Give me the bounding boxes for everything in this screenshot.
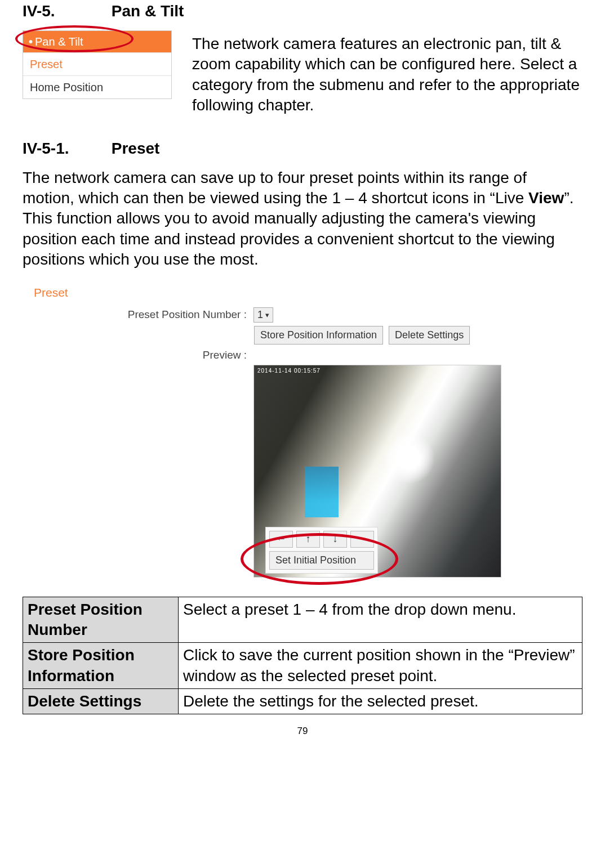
- cell-header: Delete Settings: [23, 689, 179, 714]
- section-title: Preset: [112, 140, 160, 157]
- para-bold: View: [528, 189, 564, 207]
- tilt-down-button[interactable]: ↓: [323, 531, 347, 548]
- preset-position-dropdown[interactable]: 1 ▾: [253, 307, 273, 323]
- section-heading-iv51: IV-5-1. Preset: [23, 140, 582, 158]
- pan-left-button[interactable]: ←: [269, 531, 293, 548]
- cell-desc: Delete the settings for the selected pre…: [179, 689, 582, 714]
- intro-paragraph: The network camera features an electroni…: [192, 30, 582, 116]
- chevron-down-icon: ▾: [265, 311, 269, 319]
- section-number: IV-5-1.: [23, 140, 107, 158]
- section-title: Pan & Tilt: [112, 2, 184, 20]
- submenu-item-home-position[interactable]: Home Position: [23, 75, 171, 99]
- cell-header: Store Position Information: [23, 643, 179, 689]
- section-heading-iv5: IV-5. Pan & Tilt: [23, 2, 582, 20]
- preset-description: The network camera can save up to four p…: [23, 168, 582, 270]
- pan-right-button[interactable]: →: [350, 531, 374, 548]
- label-preview: Preview :: [34, 349, 253, 361]
- table-row: Store Position Information Click to save…: [23, 643, 582, 689]
- preview-timestamp: 2014-11-14 00:15:57: [257, 368, 321, 374]
- preview-blue-glow: [305, 467, 339, 517]
- cell-header: Preset Position Number: [23, 597, 179, 643]
- table-row: Preset Position Number Select a preset 1…: [23, 597, 582, 643]
- page-number: 79: [23, 726, 582, 737]
- table-row: Delete Settings Delete the settings for …: [23, 689, 582, 714]
- preview-light-blob: [384, 433, 434, 484]
- preset-panel-title: Preset: [34, 286, 558, 299]
- submenu-header-label: Pan & Tilt: [35, 35, 83, 48]
- preview-box: 2014-11-14 00:15:57 ← ↑ ↓ → Set Initial …: [253, 365, 501, 578]
- cell-desc: Click to save the current position shown…: [179, 643, 582, 689]
- bullet-icon: •: [29, 35, 33, 48]
- dropdown-value: 1: [257, 309, 263, 321]
- section-number: IV-5.: [23, 2, 107, 20]
- set-initial-position-button[interactable]: Set Initial Position: [269, 551, 374, 570]
- submenu-item-preset[interactable]: Preset: [23, 52, 171, 75]
- cell-desc: Select a preset 1 – 4 from the drop down…: [179, 597, 582, 643]
- delete-settings-button[interactable]: Delete Settings: [389, 326, 470, 344]
- submenu-header-pan-tilt[interactable]: •Pan & Tilt: [23, 31, 171, 52]
- preset-panel: Preset Preset Position Number : 1 ▾ Stor…: [34, 286, 558, 578]
- store-position-button[interactable]: Store Position Information: [254, 326, 383, 344]
- submenu-box: •Pan & Tilt Preset Home Position: [23, 30, 172, 99]
- label-preset-position-number: Preset Position Number :: [34, 308, 253, 321]
- para-part1: The network camera can save up to four p…: [23, 169, 528, 207]
- preview-controls: ← ↑ ↓ → Set Initial Position: [265, 527, 378, 574]
- settings-table: Preset Position Number Select a preset 1…: [23, 597, 582, 715]
- tilt-up-button[interactable]: ↑: [296, 531, 320, 548]
